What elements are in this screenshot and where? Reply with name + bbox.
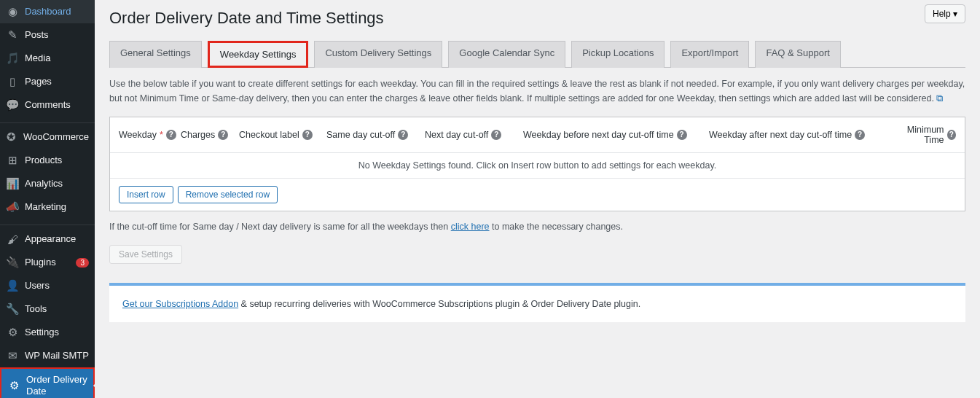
tab-custom-delivery-settings[interactable]: Custom Delivery Settings: [314, 41, 442, 68]
subscriptions-addon-link[interactable]: Get our Subscriptions Addon: [122, 299, 238, 309]
col-weekday-after: Weekday after next day cut-off time ?: [709, 125, 891, 145]
help-icon[interactable]: ?: [398, 130, 408, 140]
tab-google-calendar-sync[interactable]: Google Calendar Sync: [448, 41, 565, 68]
tab-weekday-settings[interactable]: Weekday Settings: [208, 41, 309, 68]
sidebar-item-label: Marketing: [25, 201, 89, 213]
mail-icon: ✉: [6, 349, 19, 362]
sidebar-item-label: Order Delivery Date: [26, 374, 87, 397]
users-icon: 👤: [6, 279, 19, 292]
sidebar-item-posts[interactable]: ✎Posts: [0, 23, 95, 47]
sidebar-item-label: WooCommerce: [23, 131, 89, 143]
products-icon: ⊞: [6, 154, 19, 167]
col-weekday: Weekday * ?: [119, 125, 181, 145]
sidebar-item-tools[interactable]: 🔧Tools: [0, 297, 95, 321]
sidebar-item-label: Media: [25, 52, 89, 64]
col-weekday-before: Weekday before next day cut-off time ?: [523, 125, 709, 145]
menu-separator: [0, 119, 95, 123]
insert-row-button[interactable]: Insert row: [119, 186, 173, 203]
sidebar-item-label: Plugins: [25, 257, 73, 268]
sidebar-item-label: Products: [25, 155, 89, 166]
woocommerce-icon: ✪: [6, 130, 17, 144]
marketing-icon: 📣: [6, 200, 19, 214]
cutoff-note: If the cut-off time for Same day / Next …: [109, 222, 965, 232]
pages-icon: ▯: [6, 75, 19, 88]
main-content: Help ▾ Order Delivery Date and Time Sett…: [95, 0, 980, 398]
description-text: Use the below table if you want to creat…: [109, 77, 965, 106]
sidebar-item-woocommerce[interactable]: ✪WooCommerce: [0, 125, 95, 149]
media-icon: 🎵: [6, 52, 19, 65]
required-asterisk: *: [160, 130, 163, 140]
dashboard-icon: ◉: [6, 5, 19, 18]
col-checkout-label: Checkout label ?: [239, 125, 326, 145]
subscriptions-promo: Get our Subscriptions Addon & setup recu…: [109, 283, 965, 322]
sidebar-item-users[interactable]: 👤Users: [0, 274, 95, 297]
help-icon[interactable]: ?: [302, 130, 313, 140]
table-actions: Insert row Remove selected row: [110, 179, 965, 211]
col-minimum-time: Minimum Time ?: [891, 125, 956, 145]
settings-icon: ⚙: [6, 326, 19, 339]
tab-pickup-locations[interactable]: Pickup Locations: [571, 41, 665, 68]
help-icon[interactable]: ?: [218, 130, 228, 140]
sidebar-item-wpmailsmtp[interactable]: ✉WP Mail SMTP: [0, 344, 95, 367]
save-settings-button[interactable]: Save Settings: [109, 245, 182, 264]
empty-table-message: No Weekday Settings found. Click on Inse…: [110, 153, 965, 179]
comments-icon: 💬: [6, 98, 19, 112]
sidebar-item-pages[interactable]: ▯Pages: [0, 70, 95, 93]
settings-tabs: General Settings Weekday Settings Custom…: [109, 41, 965, 68]
tab-export-import[interactable]: Export/Import: [670, 41, 749, 68]
table-header: Weekday * ? Charges ? Checkout label ? S…: [110, 117, 965, 153]
sidebar-item-media[interactable]: 🎵Media: [0, 47, 95, 70]
help-icon[interactable]: ?: [855, 130, 865, 140]
sidebar-item-marketing[interactable]: 📣Marketing: [0, 195, 95, 219]
sidebar-item-label: Pages: [25, 76, 89, 87]
help-icon[interactable]: ?: [166, 130, 176, 140]
tab-general-settings[interactable]: General Settings: [109, 41, 202, 68]
sidebar-item-label: Users: [25, 280, 89, 292]
help-icon[interactable]: ?: [491, 130, 501, 140]
posts-icon: ✎: [6, 28, 19, 42]
col-next-day: Next day cut-off ?: [425, 125, 523, 145]
help-icon[interactable]: ?: [677, 130, 687, 140]
appearance-icon: 🖌: [6, 233, 19, 246]
sidebar-item-label: Tools: [25, 303, 89, 315]
sidebar-item-plugins[interactable]: 🔌Plugins3: [0, 251, 95, 274]
gear-icon: ⚙: [7, 379, 20, 392]
analytics-icon: 📊: [6, 177, 19, 190]
sidebar-item-order-delivery-date[interactable]: ⚙Order Delivery Date: [0, 367, 95, 398]
admin-sidebar: ◉Dashboard ✎Posts 🎵Media ▯Pages 💬Comment…: [0, 0, 95, 398]
plugins-icon: 🔌: [6, 256, 19, 269]
page-title: Order Delivery Date and Time Settings: [109, 9, 965, 28]
sidebar-item-analytics[interactable]: 📊Analytics: [0, 172, 95, 195]
click-here-link[interactable]: click here: [451, 222, 490, 232]
sidebar-item-settings[interactable]: ⚙Settings: [0, 321, 95, 344]
sidebar-item-label: Comments: [25, 99, 89, 111]
sidebar-item-dashboard[interactable]: ◉Dashboard: [0, 0, 95, 23]
sidebar-item-label: WP Mail SMTP: [25, 350, 89, 362]
weekday-settings-table: Weekday * ? Charges ? Checkout label ? S…: [109, 117, 965, 211]
sidebar-item-label: Analytics: [25, 178, 89, 190]
plugins-badge: 3: [76, 258, 89, 268]
tab-faq-support[interactable]: FAQ & Support: [755, 41, 840, 68]
sidebar-item-label: Dashboard: [25, 6, 89, 17]
sidebar-item-appearance[interactable]: 🖌Appearance: [0, 227, 95, 251]
menu-separator: [0, 221, 95, 225]
sidebar-item-comments[interactable]: 💬Comments: [0, 93, 95, 117]
tools-icon: 🔧: [6, 303, 19, 316]
col-same-day: Same day cut-off ?: [326, 125, 425, 145]
sidebar-item-label: Appearance: [25, 233, 89, 245]
col-charges: Charges ?: [181, 125, 239, 145]
help-button[interactable]: Help ▾: [925, 4, 965, 23]
remove-row-button[interactable]: Remove selected row: [178, 186, 278, 203]
sidebar-item-label: Settings: [25, 327, 89, 338]
sidebar-item-label: Posts: [25, 29, 89, 41]
sidebar-item-products[interactable]: ⊞Products: [0, 149, 95, 172]
external-link-icon[interactable]: ⧉: [936, 93, 943, 104]
help-icon[interactable]: ?: [947, 130, 956, 140]
